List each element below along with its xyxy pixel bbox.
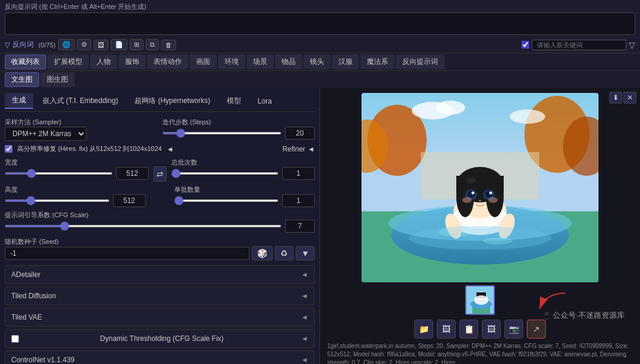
thumbnail-1[interactable] xyxy=(465,285,495,315)
tag-tab-magic[interactable]: 魔法系 xyxy=(360,54,395,69)
cfg-input[interactable] xyxy=(285,220,315,233)
steps-input[interactable] xyxy=(285,127,315,140)
seed-row: 🎲 ♻ ▼ xyxy=(5,246,315,260)
mode-tab-img2img[interactable]: 图生图 xyxy=(40,72,75,87)
accordion-tiled-vae-header[interactable]: Tiled VAE ◄ xyxy=(5,308,314,326)
accordion-adetailer-arrow: ◄ xyxy=(301,270,308,279)
gen-tab-embedding[interactable]: 嵌入式 (T.I. Embedding) xyxy=(36,93,125,109)
seed-input[interactable] xyxy=(5,247,249,260)
main-layout: 反向提示词 (按 Ctrl+Enter 或 Alt+Enter 开始生成) ▽ … xyxy=(0,0,640,364)
accordion-tiled-diffusion: Tiled Diffusion ◄ xyxy=(5,286,315,305)
swap-btn[interactable]: ⇄ xyxy=(153,166,167,182)
svg-rect-19 xyxy=(456,176,504,194)
refiner-arrow[interactable]: ◄ xyxy=(308,145,315,153)
tag-tab-item[interactable]: 物品 xyxy=(275,54,302,69)
new-keyword-input[interactable] xyxy=(532,40,626,50)
accordion-tiled-diffusion-header[interactable]: Tiled Diffusion ◄ xyxy=(5,287,314,305)
dynamic-threshold-checkbox[interactable] xyxy=(11,335,19,343)
tag-tab-lens[interactable]: 镜头 xyxy=(303,54,331,69)
right-panel: ⬇ ✕ xyxy=(320,88,640,364)
height-input[interactable] xyxy=(113,194,146,207)
accordion-tiled-diffusion-title: Tiled Diffusion xyxy=(11,292,56,300)
sampler-select[interactable]: DPM++ 2M Karras Euler a Euler DDIM UniPC xyxy=(5,127,87,141)
tag-tab-neg[interactable]: 反向提示词 xyxy=(396,54,444,69)
seed-section: 随机数种子 (Seed) 🎲 ♻ ▼ xyxy=(5,237,315,260)
accordion-tiled-vae-title: Tiled VAE xyxy=(11,313,42,321)
cfg-label: 提示词引导系数 (CFG Scale) xyxy=(5,211,315,220)
hires-arrow[interactable]: ◄ xyxy=(167,145,174,153)
seed-recycle-btn[interactable]: ♻ xyxy=(275,246,293,260)
send-btn[interactable]: ↗ xyxy=(527,320,546,339)
tag-tab-extend[interactable]: 扩展模型 xyxy=(47,54,89,69)
height-slider[interactable] xyxy=(5,199,110,202)
neg-prompt-section-toggle[interactable]: ▽ xyxy=(5,41,10,49)
grid-icon-btn[interactable]: ⊞ xyxy=(130,39,143,50)
tag-tab-person[interactable]: 人物 xyxy=(90,54,117,69)
batch-size-input[interactable] xyxy=(282,194,315,207)
height-slider-row xyxy=(5,194,146,207)
cfg-slider[interactable] xyxy=(5,225,281,227)
new-keyword-section xyxy=(521,40,626,50)
refiner-label: Refiner xyxy=(282,145,305,153)
svg-point-32 xyxy=(436,101,465,115)
copy-btn[interactable]: 📋 xyxy=(459,320,478,339)
settings-icon-btn[interactable]: ⚙ xyxy=(77,39,91,50)
gen-tab-generate[interactable]: 生成 xyxy=(5,93,33,109)
mode-tab-txt2img[interactable]: 文生图 xyxy=(5,72,39,87)
tag-tab-hanfu[interactable]: 汉服 xyxy=(332,54,359,69)
bottom-toolbar: 📁 🖼 📋 🖼 📷 ↗ xyxy=(324,317,636,341)
width-slider-row xyxy=(5,167,149,180)
tag-tab-clothes[interactable]: 服饰 xyxy=(119,54,146,69)
steps-slider[interactable] xyxy=(162,132,282,134)
gen-tab-model[interactable]: 模型 xyxy=(220,93,248,109)
width-col: 宽度 xyxy=(5,158,149,182)
width-slider[interactable] xyxy=(5,172,113,175)
hires-checkbox[interactable] xyxy=(5,145,12,153)
batch-size-slider[interactable] xyxy=(174,199,279,202)
expand-btn[interactable]: ▽ xyxy=(629,40,635,50)
hires-label[interactable]: 高分辨率修复 (Hires. fix) 从512x512 到1024x1024 xyxy=(17,144,162,153)
tag-tab-scene[interactable]: 画面 xyxy=(190,54,217,69)
accordion-dynamic-threshold-title: Dynamic Thresholding (CFG Scale Fix) xyxy=(100,334,224,343)
globe-icon-btn[interactable]: 🌐 xyxy=(58,39,75,50)
new-keyword-checkbox[interactable] xyxy=(521,41,529,49)
image-area xyxy=(324,92,636,283)
cfg-scale-section: 提示词引导系数 (CFG Scale) xyxy=(5,211,315,233)
width-input[interactable] xyxy=(116,167,149,180)
gen-tab-lora[interactable]: Lora xyxy=(251,93,279,109)
info-text: 1girl,student,waterpark,in autumn, Steps… xyxy=(324,341,636,364)
delete-icon-btn[interactable]: 🗑 xyxy=(161,40,176,50)
accordion-adetailer-header[interactable]: ADetailer ◄ xyxy=(5,266,314,284)
tag-tab-collect[interactable]: 收藏列表 xyxy=(5,54,46,69)
accordion-dynamic-threshold-header[interactable]: Dynamic Thresholding (CFG Scale Fix) ◄ xyxy=(5,330,314,347)
total-batches-slider[interactable] xyxy=(171,172,279,175)
total-batches-col: 总批次数 xyxy=(171,158,315,182)
steps-label: 迭代步数 (Steps) xyxy=(162,118,315,127)
camera-btn[interactable]: 📷 xyxy=(504,320,523,339)
seed-extra-btn[interactable]: ▼ xyxy=(296,246,315,260)
accordion-tiled-diffusion-arrow: ◄ xyxy=(301,292,308,300)
neg-prompt-area: 反向提示词 (按 Ctrl+Enter 或 Alt+Enter 开始生成) xyxy=(0,0,640,37)
cfg-slider-row xyxy=(5,220,315,233)
image-icon-btn[interactable]: 🖼 xyxy=(94,40,108,50)
total-batches-input[interactable] xyxy=(282,167,315,180)
accordion-controlnet-header[interactable]: ControlNet v1.1.439 ◄ xyxy=(5,351,314,364)
tag-tab-expression[interactable]: 表情动作 xyxy=(147,54,188,69)
tag-tab-location[interactable]: 场景 xyxy=(247,54,274,69)
gen-tab-hypernetworks[interactable]: 超网络 (Hypernetworks) xyxy=(127,93,217,109)
copy-icon-btn[interactable]: ⧉ xyxy=(146,39,159,50)
seed-dice-btn[interactable]: 🎲 xyxy=(252,246,273,260)
accordion-controlnet: ControlNet v1.1.439 ◄ xyxy=(5,350,315,364)
save-btn[interactable]: 🖼 xyxy=(482,320,501,339)
file-icon-btn[interactable]: 📄 xyxy=(111,39,127,50)
view-btn[interactable]: 🖼 xyxy=(437,320,456,339)
seed-label: 随机数种子 (Seed) xyxy=(5,237,315,246)
open-folder-btn[interactable]: 📁 xyxy=(414,320,433,339)
tag-tab-env[interactable]: 环境 xyxy=(218,54,245,69)
steps-slider-row xyxy=(162,127,315,140)
neg-prompt-input[interactable] xyxy=(5,12,635,35)
neg-prompt-top-label: 反向提示词 (按 Ctrl+Enter 或 Alt+Enter 开始生成) xyxy=(5,2,635,11)
steps-col: 迭代步数 (Steps) xyxy=(162,118,315,141)
swap-section: ⇄ xyxy=(153,158,167,182)
svg-point-28 xyxy=(462,197,472,203)
